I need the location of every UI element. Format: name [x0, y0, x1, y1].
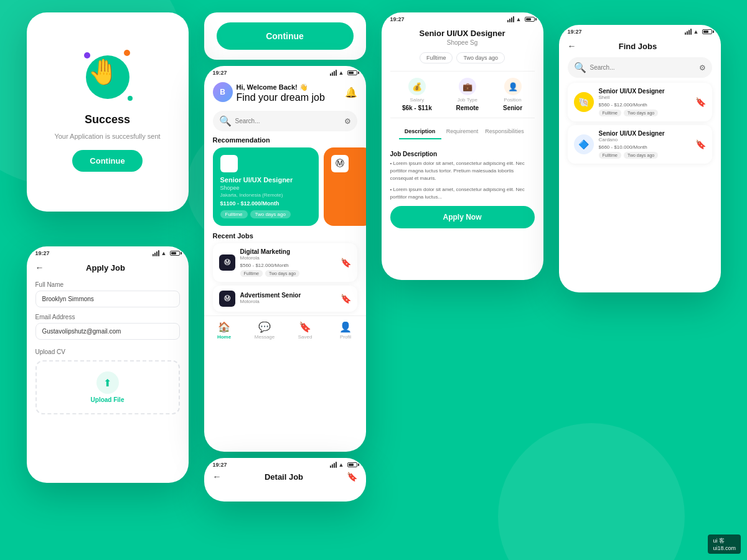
- job-title-2: Advertisment Senior: [240, 292, 336, 299]
- col-right: 19:27 ▲ Senior UI/UX Designer Shopee Sg …: [382, 12, 543, 280]
- tab-requirement[interactable]: Requirement: [441, 124, 484, 139]
- greeting-text: Hi, Welcome Back! 👋 Find your dream job: [237, 81, 325, 103]
- find-status-bar: 19:27 ▲: [559, 25, 721, 35]
- find-search-icon: 🔍: [574, 62, 586, 73]
- find-job-tags-1: Fulltime Two days ago: [599, 110, 690, 116]
- battery-icon: [170, 251, 180, 256]
- apply-now-button[interactable]: Apply Now: [390, 206, 535, 228]
- job-desc-text-2: • Lorem ipsum dolor sit amet, consectetu…: [382, 186, 543, 201]
- rec-tag-days: Two days ago: [250, 210, 291, 218]
- job-tag-fulltime-1: Fulltime: [240, 270, 263, 277]
- success-continue-button[interactable]: Continue: [72, 150, 142, 172]
- job-detail-info: Senior UI/UX Designer Shopee Sg Fulltime…: [382, 22, 543, 151]
- find-job-company-2: Cardano: [599, 137, 690, 142]
- detail-job-bookmark-button[interactable]: 🔖: [347, 472, 357, 482]
- profile-nav-icon: 👤: [339, 321, 352, 333]
- recent-jobs-title: Recent Jobs: [204, 232, 366, 240]
- find-job-item-cardano[interactable]: 🔷 Senior UI/UX Designer Cardano $660 - $…: [568, 125, 712, 164]
- rec-job-title: Senior UI/UX Designer: [220, 176, 311, 184]
- rec-card-shopee[interactable]: 🛍 Senior UI/UX Designer Shopee Jakarta, …: [213, 147, 319, 226]
- find-filter-button[interactable]: ⚙: [699, 63, 706, 72]
- detail-screen-status-bar: 19:27 ▲: [382, 12, 543, 22]
- continue-button[interactable]: Continue: [217, 22, 354, 50]
- job-title-1: Digital Marketing: [240, 248, 336, 255]
- find-job-tags-2: Fulltime Two days ago: [599, 152, 690, 159]
- tab-description[interactable]: Description: [399, 124, 441, 139]
- find-job-info-2: Senior UI/UX Designer Cardano $660 - $10…: [599, 130, 690, 159]
- bookmark-button-1[interactable]: 🔖: [341, 258, 351, 268]
- email-input[interactable]: [35, 323, 180, 340]
- rec-salary: $1100 - $12.000/Month: [220, 200, 311, 207]
- rec-card-motorola[interactable]: Ⓜ: [324, 147, 366, 226]
- detail-job-back-button[interactable]: ←: [213, 472, 222, 482]
- motorola-rec-logo: Ⓜ: [331, 155, 349, 172]
- motorola-logo-1: Ⓜ: [219, 254, 235, 271]
- find-back-button[interactable]: ←: [568, 41, 576, 51]
- detail-wifi-icon: ▲: [339, 462, 344, 468]
- continue-card: Continue: [204, 12, 366, 60]
- job-item-digital[interactable]: Ⓜ Digital Marketing Motorola $560 - $12.…: [213, 243, 357, 282]
- home-status-bar: 19:27 ▲: [204, 66, 366, 76]
- upload-area[interactable]: ⬆ Upload File: [35, 360, 180, 414]
- find-job-salary-2: $660 - $10.000/Month: [599, 144, 690, 150]
- apply-back-button[interactable]: ←: [35, 263, 44, 273]
- full-name-input[interactable]: [35, 291, 180, 307]
- detail-screen-battery: [525, 17, 535, 22]
- avatar: B: [213, 82, 233, 102]
- job-type-value: Remote: [456, 105, 479, 111]
- find-job-title-2: Senior UI/UX Designer: [599, 130, 690, 137]
- wifi-icon: ▲: [161, 250, 167, 256]
- find-search-input[interactable]: [590, 64, 695, 71]
- bookmark-button-2[interactable]: 🔖: [341, 294, 351, 304]
- job-item-advertisment[interactable]: Ⓜ Advertisment Senior Motorola 🔖: [213, 286, 357, 312]
- cardano-logo: 🔷: [574, 134, 594, 154]
- stats-row: 💰 Salary $6k - $11k 💼 Job Type Remote 👤 …: [390, 71, 535, 118]
- position-icon: 👤: [504, 78, 522, 95]
- find-tag-fulltime-1: Fulltime: [599, 110, 622, 116]
- job-company-1: Motorola: [240, 255, 336, 261]
- detail-status-time: 19:27: [213, 462, 227, 468]
- home-signal-icon: [330, 70, 337, 76]
- detail-status-icons: ▲: [330, 462, 357, 468]
- tab-responsibilities[interactable]: Responsibilities: [484, 124, 526, 139]
- job-tag-days-1: Two days ago: [265, 270, 299, 277]
- success-inner: 🤚 Success Your Application is succesfull…: [27, 12, 189, 212]
- watermark-line2: ui18.com: [713, 545, 736, 551]
- find-job-item-shell[interactable]: 🐚 Senior UI/UX Designer Shell $560 - $12…: [568, 83, 712, 121]
- home-search-input[interactable]: [235, 118, 341, 124]
- detail-job-header: ← Detail Job 🔖: [204, 468, 366, 485]
- nav-profile[interactable]: 👤 Profil: [330, 321, 361, 340]
- find-bookmark-1[interactable]: 🔖: [695, 97, 706, 107]
- find-tag-days-1: Two days ago: [624, 110, 658, 116]
- find-signal-icon: [685, 29, 692, 35]
- find-bookmark-2[interactable]: 🔖: [695, 139, 706, 149]
- success-subtitle: Your Application is succesfully sent: [54, 133, 160, 140]
- greeting-col: B Hi, Welcome Back! 👋 Find your dream jo…: [213, 81, 325, 103]
- apply-status-time: 19:27: [35, 250, 50, 256]
- job-tags-1: Fulltime Two days ago: [240, 270, 336, 277]
- home-screen: 19:27 ▲ B Hi, Welcome Back! 👋: [204, 66, 366, 452]
- find-jobs-title: Find Jobs: [619, 42, 657, 51]
- home-status-time: 19:27: [213, 70, 227, 76]
- recommendation-scroll: 🛍 Senior UI/UX Designer Shopee Jakarta, …: [204, 147, 366, 226]
- find-header: ← Find Jobs: [559, 35, 721, 55]
- job-desc-title: Job Description: [382, 151, 543, 157]
- job-desc-text-1: • Lorem ipsum dolor sit amet, consectetu…: [382, 160, 543, 182]
- nav-saved[interactable]: 🔖 Saved: [289, 321, 321, 340]
- nav-home[interactable]: 🏠 Home: [209, 321, 240, 340]
- full-name-label: Full Name: [35, 281, 180, 288]
- apply-body: Full Name Email Address Upload CV ⬆ Uplo…: [27, 276, 189, 419]
- filter-button[interactable]: ⚙: [344, 117, 351, 126]
- upload-file-text: Upload File: [91, 396, 125, 403]
- saved-nav-icon: 🔖: [299, 321, 311, 333]
- dot-green-sm: [128, 96, 133, 101]
- recommendation-title: Recommendation: [204, 136, 366, 144]
- nav-message[interactable]: 💬 Message: [249, 321, 280, 340]
- notification-bell-icon[interactable]: 🔔: [345, 86, 357, 98]
- find-battery-icon: [702, 29, 712, 34]
- job-company-2: Motorola: [240, 299, 336, 304]
- find-status-time: 19:27: [568, 29, 582, 35]
- message-nav-label: Message: [255, 334, 275, 340]
- detail-battery-icon: [347, 462, 357, 467]
- col-left: 🤚 Success Your Application is succesfull…: [27, 37, 189, 483]
